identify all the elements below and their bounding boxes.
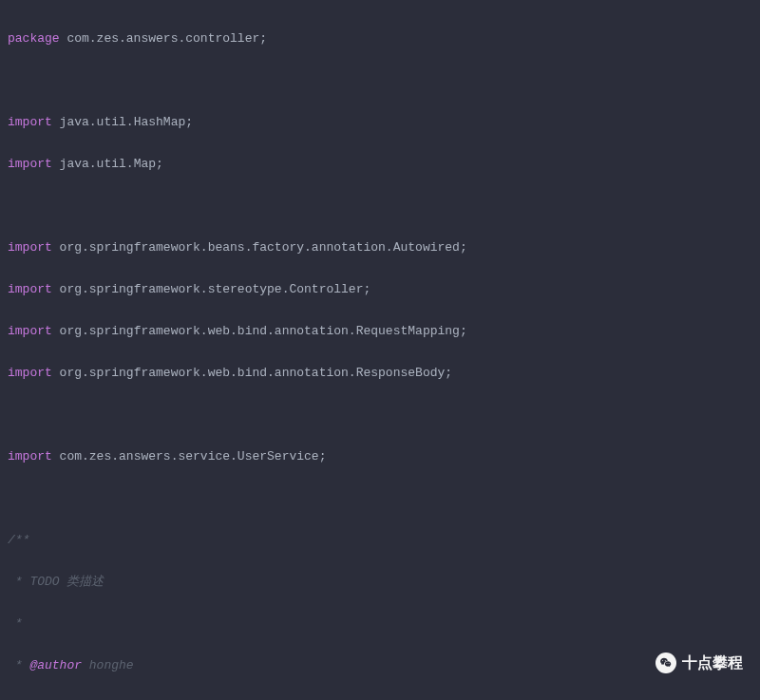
keyword-import: import — [8, 115, 52, 129]
code-line: import org.springframework.beans.factory… — [8, 237, 760, 258]
javadoc-prefix: * — [8, 658, 29, 672]
keyword-import: import — [8, 157, 52, 171]
code-line: import com.zes.answers.service.UserServi… — [8, 446, 760, 467]
code-line: import java.util.HashMap; — [8, 112, 760, 133]
code-line: import org.springframework.web.bind.anno… — [8, 321, 760, 342]
comment-line: * — [8, 614, 760, 634]
code-line: import java.util.Map; — [8, 154, 760, 175]
watermark-text: 十点攀程 — [682, 653, 743, 673]
import-path: java.util.HashMap; — [52, 115, 193, 129]
blank-line — [8, 488, 760, 509]
javadoc-todo: * TODO 类描述 — [8, 575, 104, 589]
comment-line: * @author honghe — [8, 655, 760, 676]
keyword-import: import — [8, 282, 52, 296]
keyword-package: package — [8, 31, 60, 46]
javadoc-open: /** — [8, 533, 29, 547]
import-path: org.springframework.beans.factory.annota… — [52, 240, 467, 255]
code-editor: package com.zes.answers.controller; impo… — [8, 8, 760, 700]
code-line: import org.springframework.web.bind.anno… — [8, 363, 760, 384]
keyword-import: import — [8, 240, 52, 255]
import-path: org.springframework.stereotype.Controlle… — [52, 282, 370, 296]
comment-line: /** — [8, 530, 760, 551]
code-line: import org.springframework.stereotype.Co… — [8, 279, 760, 300]
blank-line — [8, 196, 760, 217]
import-path: org.springframework.web.bind.annotation.… — [52, 324, 467, 338]
import-path: org.springframework.web.bind.annotation.… — [52, 366, 452, 380]
wechat-icon — [656, 653, 676, 673]
comment-line: * TODO 类描述 — [8, 572, 760, 593]
blank-line — [8, 70, 760, 91]
watermark: 十点攀程 — [656, 653, 743, 673]
package-path: com.zes.answers.controller; — [60, 31, 267, 46]
keyword-import: import — [8, 449, 52, 464]
javadoc-author-tag: @author — [29, 658, 82, 672]
keyword-import: import — [8, 366, 52, 380]
import-path: com.zes.answers.service.UserService; — [52, 449, 327, 464]
keyword-import: import — [8, 324, 52, 338]
javadoc-blank: * — [8, 616, 23, 631]
import-path: java.util.Map; — [52, 157, 163, 171]
javadoc-author-name: honghe — [82, 658, 134, 672]
code-line: package com.zes.answers.controller; — [8, 28, 760, 49]
blank-line — [8, 405, 760, 426]
